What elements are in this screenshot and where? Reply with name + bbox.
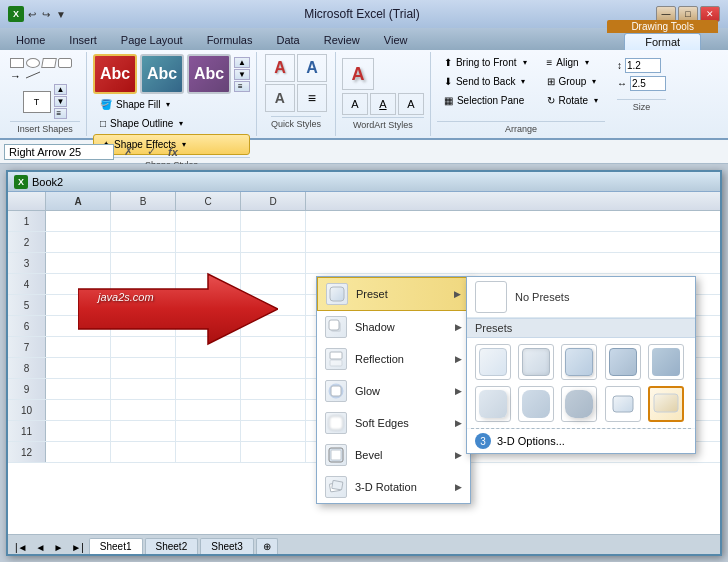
row-header[interactable]: 7 — [8, 337, 46, 357]
row-header[interactable]: 4 — [8, 274, 46, 294]
shape-rr[interactable] — [58, 58, 72, 68]
col-header-C[interactable]: C — [176, 192, 241, 210]
preset-2[interactable] — [518, 344, 554, 380]
insert-sheet-btn[interactable]: ⊕ — [256, 538, 278, 554]
grid-cell[interactable] — [176, 232, 241, 252]
shapes-scroll-more[interactable]: ≡ — [54, 108, 68, 119]
row-header[interactable]: 1 — [8, 211, 46, 231]
sheet-nav-last[interactable]: ►| — [68, 541, 87, 554]
grid-cell[interactable] — [241, 253, 306, 273]
grid-cell[interactable] — [176, 442, 241, 462]
grid-cell[interactable] — [241, 400, 306, 420]
preset-5[interactable] — [648, 344, 684, 380]
word-art-A-blue[interactable]: A — [297, 54, 327, 82]
grid-cell[interactable] — [241, 442, 306, 462]
row-header[interactable]: 11 — [8, 421, 46, 441]
sheet-tab-3[interactable]: Sheet3 — [200, 538, 254, 554]
name-box[interactable] — [4, 144, 114, 160]
preset-9[interactable] — [605, 386, 641, 422]
row-header[interactable]: 8 — [8, 358, 46, 378]
word-art-A-gray[interactable]: A — [265, 84, 295, 112]
menu-item-glow[interactable]: Glow ▶ — [317, 375, 470, 407]
height-input[interactable] — [625, 58, 661, 73]
grid-cell[interactable] — [111, 295, 176, 315]
menu-item-preset[interactable]: Preset ▶ — [317, 277, 470, 311]
text-effects-btn[interactable]: A — [398, 93, 424, 115]
tab-insert[interactable]: Insert — [57, 30, 109, 50]
grid-cell[interactable] — [241, 379, 306, 399]
preset-7[interactable] — [518, 386, 554, 422]
grid-cell[interactable] — [46, 274, 111, 294]
shape-rect[interactable] — [10, 58, 24, 68]
menu-item-reflection[interactable]: Reflection ▶ — [317, 343, 470, 375]
sheet-nav-prev[interactable]: ◄ — [33, 541, 49, 554]
row-header[interactable]: 10 — [8, 400, 46, 420]
grid-cell[interactable] — [176, 295, 241, 315]
3d-options-row[interactable]: 3 3-D Options... — [467, 429, 695, 453]
grid-cell[interactable] — [46, 253, 111, 273]
text-box-btn[interactable]: T — [23, 91, 51, 113]
col-header-A[interactable]: A — [46, 192, 111, 210]
style-scroll-up[interactable]: ▲ — [234, 57, 250, 68]
shape-fill-btn[interactable]: 🪣 Shape Fill▾ — [93, 96, 250, 113]
sheet-tab-2[interactable]: Sheet2 — [145, 538, 199, 554]
style-scroll-down[interactable]: ▼ — [234, 69, 250, 80]
grid-cell[interactable] — [46, 379, 111, 399]
tab-view[interactable]: View — [372, 30, 420, 50]
grid-cell[interactable] — [111, 421, 176, 441]
preset-6[interactable] — [475, 386, 511, 422]
sheet-nav-next[interactable]: ► — [50, 541, 66, 554]
grid-cell[interactable] — [176, 337, 241, 357]
grid-cell[interactable] — [176, 379, 241, 399]
menu-item-shadow[interactable]: Shadow ▶ — [317, 311, 470, 343]
selection-pane-btn[interactable]: ▦ Selection Pane — [437, 92, 534, 109]
grid-cell[interactable] — [176, 421, 241, 441]
tab-review[interactable]: Review — [312, 30, 372, 50]
shape-style-red[interactable]: Abc — [93, 54, 137, 94]
grid-cell[interactable] — [111, 211, 176, 231]
menu-item-bevel[interactable]: Bevel ▶ — [317, 439, 470, 471]
grid-cell[interactable] — [111, 253, 176, 273]
grid-cell[interactable] — [111, 337, 176, 357]
grid-cell[interactable] — [176, 274, 241, 294]
word-art-scroll-btn[interactable]: ≡ — [297, 84, 327, 112]
grid-cell[interactable] — [111, 442, 176, 462]
grid-cell[interactable] — [241, 316, 306, 336]
row-header[interactable]: 6 — [8, 316, 46, 336]
text-outline-btn[interactable]: A — [370, 93, 396, 115]
grid-cell[interactable] — [176, 316, 241, 336]
shapes-scroll-down[interactable]: ▼ — [54, 96, 68, 107]
shape-oval[interactable] — [26, 58, 40, 68]
row-header[interactable]: 9 — [8, 379, 46, 399]
grid-cell[interactable] — [111, 400, 176, 420]
row-header[interactable]: 12 — [8, 442, 46, 462]
tab-data[interactable]: Data — [264, 30, 311, 50]
wordart-icon-large[interactable]: A — [342, 58, 374, 90]
preset-3[interactable] — [561, 344, 597, 380]
col-header-B[interactable]: B — [111, 192, 176, 210]
bring-to-front-btn[interactable]: ⬆ Bring to Front ▾ — [437, 54, 534, 71]
grid-cell[interactable] — [46, 316, 111, 336]
grid-cell[interactable] — [46, 337, 111, 357]
row-header[interactable]: 3 — [8, 253, 46, 273]
preset-8[interactable] — [561, 386, 597, 422]
grid-cell[interactable] — [46, 295, 111, 315]
col-header-D[interactable]: D — [241, 192, 306, 210]
menu-item-3d-rotation[interactable]: 3-D Rotation ▶ — [317, 471, 470, 503]
grid-cell[interactable] — [111, 274, 176, 294]
sheet-tab-1[interactable]: Sheet1 — [89, 538, 143, 554]
word-art-A-red[interactable]: A — [265, 54, 295, 82]
redo-btn[interactable]: ↪ — [40, 8, 52, 21]
shape-para[interactable] — [41, 58, 57, 68]
grid-cell[interactable] — [176, 211, 241, 231]
style-scroll-more[interactable]: ≡ — [234, 81, 250, 92]
row-header[interactable]: 2 — [8, 232, 46, 252]
group-btn[interactable]: ⊞ Group▾ — [540, 73, 605, 90]
preset-10-selected[interactable] — [648, 386, 684, 422]
grid-cell[interactable] — [241, 337, 306, 357]
grid-cell[interactable] — [111, 379, 176, 399]
menu-item-soft-edges[interactable]: Soft Edges ▶ — [317, 407, 470, 439]
sheet-nav-first[interactable]: |◄ — [12, 541, 31, 554]
align-btn[interactable]: ≡ Align▾ — [540, 54, 605, 71]
grid-cell[interactable] — [46, 358, 111, 378]
